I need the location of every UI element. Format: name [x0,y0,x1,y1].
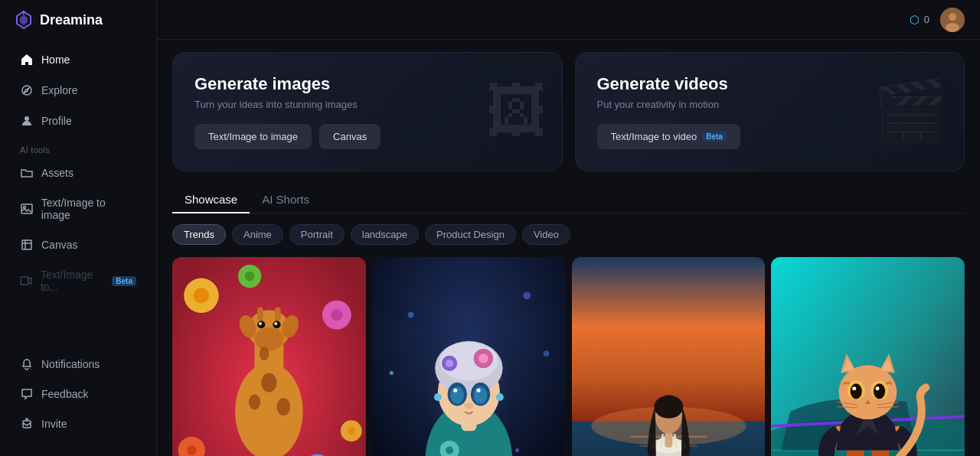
svg-rect-99 [872,451,890,456]
cat-art [771,257,965,456]
person-icon [20,114,34,128]
svg-point-31 [254,327,283,350]
svg-rect-41 [275,308,281,321]
svg-point-70 [446,360,453,367]
image-icon [20,202,34,216]
svg-point-34 [259,322,262,325]
filter-trends[interactable]: Trends [172,224,226,245]
svg-point-91 [654,396,683,419]
svg-marker-1 [20,15,28,25]
svg-point-53 [515,448,519,452]
svg-rect-98 [847,451,864,456]
videos-bg-icon: 🎬 [872,76,949,148]
giraffe-art [172,257,366,456]
svg-point-13 [949,13,956,21]
svg-point-80 [434,393,442,401]
credit-count: 0 [924,14,929,25]
text-video-button[interactable]: Text/Image to video Beta [597,124,740,149]
svg-rect-40 [257,308,263,321]
generate-cards-row: 🖼 Generate images Turn your ideas into s… [172,52,965,171]
cat-image [771,257,965,456]
avatar-img [940,8,965,32]
filter-video[interactable]: Video [522,224,570,245]
filter-portrait[interactable]: Portrait [289,224,345,245]
feedback-icon [20,387,34,401]
text-image-button[interactable]: Text/Image to image [194,124,312,149]
svg-point-50 [523,292,531,299]
ai-tools-label: AI tools [0,136,156,158]
svg-point-117 [852,386,856,390]
sidebar-item-feedback[interactable]: Feedback [6,379,150,409]
filter-anime[interactable]: Anime [232,224,283,245]
svg-point-4 [24,116,29,121]
nav-main: Home Explore Profile AI tools [0,40,156,456]
video-beta-badge: Beta [702,132,727,142]
image-card-cat[interactable] [771,257,965,456]
svg-point-108 [839,365,897,419]
sidebar: Dreamina Home Explore [0,0,157,456]
image-card-giraffe[interactable] [172,257,366,456]
text-video-label-group: Text/Image to... Beta [41,269,136,293]
canvas-icon [20,238,34,252]
compass-icon [20,83,34,97]
sidebar-item-home[interactable]: Home [6,45,150,74]
main-content: ⬡ 0 🖼 Generate images Turn your ideas in… [157,0,980,456]
svg-point-38 [276,398,290,415]
svg-point-81 [496,393,504,401]
tab-ai-shorts[interactable]: AI Shorts [250,187,322,213]
topbar: ⬡ 0 [157,0,980,40]
svg-point-36 [261,373,276,392]
images-bg-icon: 🖼 [485,77,547,147]
sidebar-item-profile[interactable]: Profile [6,106,150,135]
svg-rect-10 [21,277,28,285]
svg-point-77 [453,389,457,392]
generate-videos-card: 🎬 Generate videos Put your creativity in… [575,52,965,171]
canvas-button[interactable]: Canvas [319,124,381,149]
bell-icon [20,357,34,371]
sidebar-item-invite[interactable]: Invite [6,409,150,438]
portrait-image [572,257,766,456]
user-avatar[interactable] [940,8,965,32]
sidebar-item-notifications[interactable]: Notifications [6,350,150,379]
video-icon [20,274,33,288]
filter-product-design[interactable]: Product Design [425,224,516,245]
svg-point-35 [274,322,277,325]
showcase-tabs: Showcase AI Shorts [172,187,965,213]
sidebar-item-assets[interactable]: Assets [6,158,150,187]
tab-showcase[interactable]: Showcase [172,187,250,213]
sidebar-item-canvas[interactable]: Canvas [6,230,150,259]
image-card-anime[interactable]: Gelyn Lakwatsera ♡ 0 ⚡ 0 [372,257,566,456]
invite-icon [20,417,34,431]
content-area: 🖼 Generate images Turn your ideas into s… [157,40,980,456]
svg-point-21 [245,272,255,282]
text-video-label: Text/Image to video [611,131,697,142]
anime-art [372,257,566,456]
svg-point-39 [260,347,270,360]
svg-point-25 [187,445,197,455]
beta-badge: Beta [112,276,136,286]
svg-point-19 [331,309,342,321]
svg-point-14 [946,23,959,32]
svg-point-115 [851,383,862,399]
image-card-portrait[interactable] [572,257,766,456]
svg-point-79 [464,403,474,409]
svg-point-78 [476,389,480,392]
svg-point-52 [543,350,549,357]
credit-icon: ⬡ [910,13,920,27]
filter-row: Trends Anime Portrait landscape Product … [172,224,965,245]
folder-icon [20,166,34,180]
logo-icon [14,10,34,30]
home-icon [20,53,34,67]
portrait-art [572,257,766,456]
generate-images-card: 🖼 Generate images Turn your ideas into s… [172,52,563,171]
svg-point-47 [348,427,355,435]
sidebar-item-text-image[interactable]: Text/Image to image [6,189,150,229]
svg-point-73 [450,386,464,404]
filter-landscape[interactable]: landscape [351,224,419,245]
sidebar-item-explore[interactable]: Explore [6,76,150,105]
logo[interactable]: Dreamina [0,0,156,40]
giraffe-image [172,257,366,456]
credits-display: ⬡ 0 [910,13,929,27]
svg-point-17 [194,288,209,303]
sidebar-item-text-video[interactable]: Text/Image to... Beta [6,261,150,301]
